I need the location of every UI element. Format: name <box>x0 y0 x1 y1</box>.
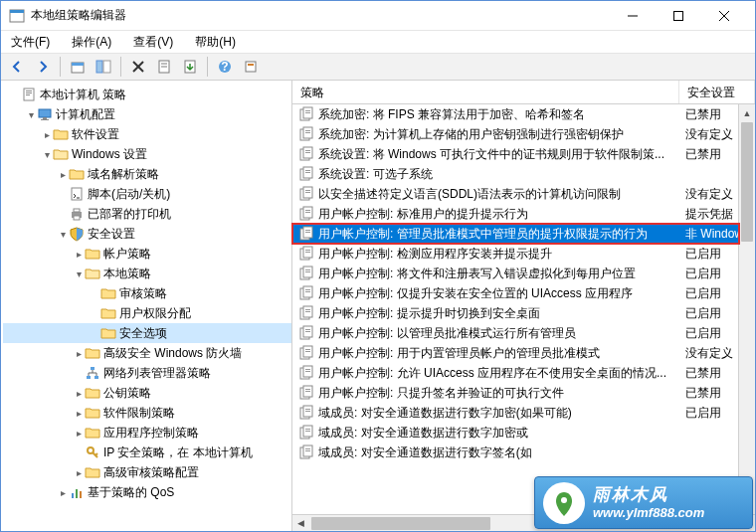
tree-security-settings[interactable]: ▾安全设置 <box>3 224 291 244</box>
policy-row[interactable]: 用户帐户控制: 只提升签名并验证的可执行文件已禁用 <box>292 383 755 403</box>
policy-row[interactable]: 以安全描述符定义语言(SDDL)语法表示的计算机访问限制没有定义 <box>292 184 755 204</box>
tree-advanced-audit-icon <box>85 464 100 480</box>
caret-icon[interactable]: ▾ <box>25 109 37 120</box>
back-button[interactable] <box>5 55 29 79</box>
refresh-button[interactable] <box>239 55 263 79</box>
menu-view[interactable]: 查看(V) <box>129 32 177 53</box>
tree-root[interactable]: 本地计算机 策略 <box>3 85 291 104</box>
svg-rect-8 <box>96 61 102 73</box>
tree-root-icon <box>21 87 37 102</box>
caret-icon[interactable]: ▸ <box>41 129 53 140</box>
minimize-button[interactable] <box>610 1 656 31</box>
up-button[interactable] <box>66 55 90 79</box>
scroll-left-icon[interactable]: ◀ <box>292 515 309 532</box>
caret-icon[interactable]: ▸ <box>73 467 85 478</box>
menu-file[interactable]: 文件(F) <box>7 32 54 53</box>
policy-icon <box>298 266 314 281</box>
scroll-thumb[interactable] <box>741 122 753 242</box>
policy-name: 域成员: 对安全通道数据进行数字加密(如果可能) <box>318 405 685 422</box>
tree-windows-settings[interactable]: ▾Windows 设置 <box>3 144 291 164</box>
policy-row[interactable]: 用户帐户控制: 用于内置管理员帐户的管理员批准模式没有定义 <box>292 343 755 363</box>
close-button[interactable] <box>701 1 747 31</box>
column-setting[interactable]: 安全设置 <box>679 81 755 103</box>
tree-windows-firewall[interactable]: ▸高级安全 Windows 防火墙 <box>3 343 291 363</box>
forward-button[interactable] <box>31 55 55 79</box>
menu-action[interactable]: 操作(A) <box>68 32 115 53</box>
tree-computer-config[interactable]: ▾计算机配置 <box>3 104 291 124</box>
svg-rect-44 <box>305 130 310 131</box>
column-policy[interactable]: 策略 <box>292 81 679 103</box>
policy-icon <box>298 405 314 421</box>
caret-icon[interactable]: ▸ <box>73 428 85 439</box>
properties-button[interactable] <box>152 55 176 79</box>
policy-row[interactable]: 用户帐户控制: 允许 UIAccess 应用程序在不使用安全桌面的情况...已禁… <box>292 363 755 383</box>
policy-row[interactable]: 域成员: 对安全通道数据进行数字签名(如 <box>292 443 755 462</box>
menu-bar: 文件(F) 操作(A) 查看(V) 帮助(H) <box>1 31 755 53</box>
policy-row[interactable]: 系统加密: 将 FIPS 兼容算法用于加密、哈希和签名已禁用 <box>292 104 755 124</box>
svg-rect-33 <box>94 376 98 379</box>
policy-row[interactable]: 用户帐户控制: 提示提升时切换到安全桌面已启用 <box>292 303 755 323</box>
caret-icon[interactable]: ▾ <box>57 229 69 240</box>
tree-windows-settings-icon <box>53 146 69 162</box>
caret-icon[interactable]: ▸ <box>57 487 69 498</box>
tree-security-options-icon <box>100 325 116 341</box>
tree-advanced-audit[interactable]: ▸高级审核策略配置 <box>3 462 291 482</box>
policy-row[interactable]: 系统设置: 将 Windows 可执行文件中的证书规则用于软件限制策...已禁用 <box>292 144 755 164</box>
tree-name-resolution[interactable]: ▸域名解析策略 <box>3 164 291 184</box>
svg-rect-22 <box>26 92 32 93</box>
vertical-scrollbar[interactable]: ▲ ▼ <box>738 104 755 514</box>
caret-icon[interactable]: ▾ <box>73 268 85 279</box>
tree-policy-qos-icon <box>69 484 85 500</box>
svg-rect-41 <box>305 112 310 113</box>
maximize-button[interactable] <box>656 1 701 31</box>
policy-icon <box>298 186 314 202</box>
tree-ip-security[interactable]: IP 安全策略，在 本地计算机 <box>3 443 291 462</box>
policy-row[interactable]: 域成员: 对安全通道数据进行数字加密(如果可能)已启用 <box>292 403 755 423</box>
delete-button[interactable] <box>126 55 150 79</box>
tree-deployed-printers[interactable]: 已部署的打印机 <box>3 204 291 224</box>
policy-row[interactable]: 用户帐户控制: 将文件和注册表写入错误虚拟化到每用户位置已启用 <box>292 264 755 283</box>
tree-label: Windows 设置 <box>72 146 147 163</box>
caret-icon[interactable]: ▸ <box>57 169 69 180</box>
caret-icon[interactable]: ▸ <box>73 408 85 419</box>
tree-app-control[interactable]: ▸应用程序控制策略 <box>3 423 291 443</box>
svg-rect-37 <box>80 491 82 498</box>
tree-network-list[interactable]: 网络列表管理器策略 <box>3 363 291 383</box>
policy-row[interactable]: 用户帐户控制: 标准用户的提升提示行为提示凭据 <box>292 204 755 224</box>
tree-computer-config-icon <box>37 106 53 122</box>
svg-rect-104 <box>305 429 310 430</box>
svg-rect-84 <box>305 329 310 330</box>
scroll-thumb-h[interactable] <box>311 517 490 530</box>
tree-scripts[interactable]: 脚本(启动/关机) <box>3 184 291 204</box>
svg-rect-93 <box>305 371 310 372</box>
caret-icon[interactable]: ▸ <box>73 388 85 399</box>
tree-audit-policy[interactable]: 审核策略 <box>3 283 291 303</box>
tree-public-key[interactable]: ▸公钥策略 <box>3 383 291 403</box>
caret-icon[interactable]: ▾ <box>41 149 53 160</box>
tree-policy-qos[interactable]: ▸基于策略的 QoS <box>3 482 291 502</box>
policy-row[interactable]: 用户帐户控制: 检测应用程序安装并提示提升已启用 <box>292 244 755 264</box>
tree-name-resolution-icon <box>69 166 85 182</box>
menu-help[interactable]: 帮助(H) <box>191 32 240 53</box>
caret-icon[interactable]: ▸ <box>73 249 85 260</box>
policy-row[interactable]: 系统设置: 可选子系统 <box>292 164 755 184</box>
tree-user-rights[interactable]: 用户权限分配 <box>3 303 291 323</box>
export-button[interactable] <box>178 55 202 79</box>
tree-local-policies[interactable]: ▾本地策略 <box>3 264 291 283</box>
policy-row[interactable]: 用户帐户控制: 管理员批准模式中管理员的提升权限提示的行为非 Window <box>292 224 755 244</box>
policy-row[interactable]: 用户帐户控制: 以管理员批准模式运行所有管理员已启用 <box>292 323 755 343</box>
help-button[interactable]: ? <box>213 55 237 79</box>
tree-software-settings[interactable]: ▸软件设置 <box>3 124 291 144</box>
tree-software-restriction[interactable]: ▸软件限制策略 <box>3 403 291 423</box>
policy-name: 以安全描述符定义语言(SDDL)语法表示的计算机访问限制 <box>318 186 685 203</box>
scroll-up-icon[interactable]: ▲ <box>739 104 755 121</box>
tree-label: 脚本(启动/关机) <box>88 186 170 203</box>
policy-row[interactable]: 域成员: 对安全通道数据进行数字加密或 <box>292 423 755 443</box>
policy-row[interactable]: 系统加密: 为计算机上存储的用户密钥强制进行强密钥保护没有定义 <box>292 124 755 144</box>
tree-label: 网络列表管理器策略 <box>103 365 211 382</box>
show-hide-tree-button[interactable] <box>92 55 115 79</box>
tree-account-policies[interactable]: ▸帐户策略 <box>3 244 291 264</box>
caret-icon[interactable]: ▸ <box>73 348 85 359</box>
policy-row[interactable]: 用户帐户控制: 仅提升安装在安全位置的 UIAccess 应用程序已启用 <box>292 283 755 303</box>
tree-security-options[interactable]: 安全选项 <box>3 323 291 343</box>
